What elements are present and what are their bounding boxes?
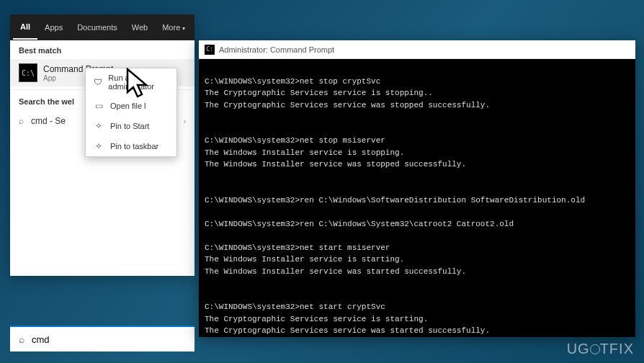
terminal-icon: C:\ [19, 63, 37, 82]
pin-icon: ✧ [93, 141, 104, 151]
ring-icon [590, 344, 600, 354]
search-input-bar[interactable]: ⌕ [10, 326, 194, 351]
tab-web[interactable]: Web [125, 16, 155, 39]
tab-all[interactable]: All [13, 15, 37, 40]
watermark: UGTFIX [567, 341, 634, 357]
pin-icon: ✧ [93, 121, 104, 131]
search-icon: ⌕ [19, 333, 24, 345]
search-web-text: cmd - Se [31, 116, 66, 126]
ctx-label: Run as administrator [108, 73, 169, 91]
ctx-label: Pin to Start [110, 122, 149, 130]
ctx-run-as-admin[interactable]: 🛡 Run as administrator [86, 68, 176, 96]
shield-icon: 🛡 [93, 77, 102, 87]
terminal-icon: C: [205, 45, 215, 55]
cmd-output[interactable]: C:\WINDOWS\system32>net stop cryptSvc Th… [199, 59, 635, 337]
ctx-pin-start[interactable]: ✧ Pin to Start [86, 116, 176, 136]
search-tabs: All Apps Documents Web More▾ [10, 14, 194, 40]
window-title: Administrator: Command Prompt [219, 45, 334, 54]
ctx-label: Open file l [110, 102, 146, 110]
search-icon: ⌕ [19, 116, 24, 126]
folder-icon: ▭ [93, 101, 104, 111]
chevron-right-icon: › [184, 117, 186, 125]
tab-apps[interactable]: Apps [37, 16, 70, 39]
chevron-down-icon: ▾ [182, 25, 185, 32]
search-input[interactable] [32, 334, 161, 345]
tab-more[interactable]: More▾ [155, 16, 192, 39]
best-match-header: Best match [10, 40, 194, 59]
ctx-pin-taskbar[interactable]: ✧ Pin to taskbar [86, 136, 176, 156]
ctx-label: Pin to taskbar [110, 142, 158, 151]
tab-documents[interactable]: Documents [70, 16, 125, 39]
command-prompt-window: C: Administrator: Command Prompt C:\WIND… [199, 40, 635, 337]
ctx-open-file-location[interactable]: ▭ Open file l [86, 96, 176, 116]
context-menu: 🛡 Run as administrator ▭ Open file l ✧ P… [85, 68, 177, 157]
cmd-titlebar[interactable]: C: Administrator: Command Prompt [199, 40, 635, 59]
